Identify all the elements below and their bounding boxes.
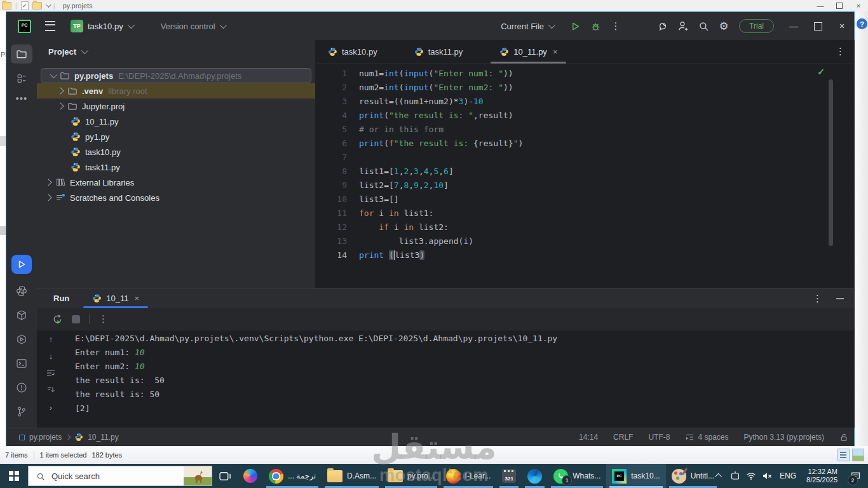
main-toolbar: PC_ TP task10.py Version control Current…	[6, 12, 854, 40]
copilot-button[interactable]	[238, 464, 263, 488]
more-run-options-icon[interactable]: ⋮	[606, 12, 626, 40]
breadcrumb[interactable]: py.projets 10_11.py	[19, 433, 119, 442]
console-up-icon[interactable]: ↑	[49, 333, 53, 344]
pycharm-close-button[interactable]: ×	[830, 12, 854, 40]
structure-tool-button[interactable]	[11, 69, 32, 88]
tree-item-External-Libraries[interactable]: External Libraries	[37, 175, 315, 190]
editor-scrollbar[interactable]	[829, 79, 833, 246]
tree-item-py1.py[interactable]: py1.py	[37, 129, 315, 144]
console-down-icon[interactable]: ↓	[49, 350, 53, 362]
code-with-me-icon[interactable]	[673, 12, 693, 40]
task-view-button[interactable]	[212, 464, 238, 488]
project-panel-header[interactable]: Project	[37, 40, 315, 63]
ai-assistant-icon[interactable]	[653, 12, 673, 40]
taskbar-app-mpc[interactable]: 321	[496, 464, 522, 488]
debug-button[interactable]	[585, 12, 606, 40]
taskbar-app-folder[interactable]: py.pro...	[382, 464, 440, 488]
status-widget-unlock[interactable]	[839, 433, 849, 442]
taskbar-app-pycharm[interactable]: PCtask10...	[606, 464, 665, 488]
thumbnail-view-button[interactable]	[852, 449, 864, 461]
tree-item-py.projets[interactable]: py.projetsE:\DEPI-2025\d.Ahmad\py.projet…	[41, 68, 311, 83]
tree-item-10_11.py[interactable]: 10_11.py	[37, 114, 315, 129]
console-softwrap-icon[interactable]	[46, 367, 56, 379]
version-control-tool-button[interactable]	[11, 402, 32, 421]
tree-chevron-icon[interactable]	[50, 71, 57, 78]
status-widget-python-3-13-py-projets-[interactable]: Python 3.13 (py.projets)	[743, 433, 824, 442]
volume-muted-icon[interactable]	[759, 464, 775, 488]
details-view-button[interactable]	[837, 449, 850, 461]
taskbar-clock[interactable]: 12:32 AM 8/25/2025	[801, 468, 843, 484]
project-widget[interactable]: TP task10.py	[71, 20, 133, 32]
explorer-close-button[interactable]: ×	[849, 0, 868, 11]
explorer-minimize-button[interactable]: —	[811, 0, 830, 11]
problems-tool-button[interactable]	[11, 378, 32, 397]
wifi-icon[interactable]	[743, 464, 759, 488]
taskbar-app-folder[interactable]: D.Asm...	[322, 464, 382, 488]
tree-item-task10.py[interactable]: task10.py	[37, 144, 315, 159]
more-tools-button[interactable]: •••	[6, 93, 37, 104]
run-panel-options-icon[interactable]: ⋮	[813, 293, 822, 304]
services-tool-button[interactable]	[11, 330, 32, 349]
trial-badge[interactable]: Trial	[739, 19, 774, 33]
taskbar-app-edge[interactable]	[522, 464, 548, 488]
taskbar-app-whatsapp[interactable]: 1Whats...	[548, 464, 606, 488]
run-panel-minimize-icon[interactable]	[836, 298, 844, 299]
language-indicator[interactable]: ENG	[775, 471, 801, 480]
editor-options-icon[interactable]: ⋮	[836, 46, 845, 57]
terminal-tool-button[interactable]	[11, 354, 32, 373]
tree-chevron-icon[interactable]	[57, 102, 64, 109]
inspections-ok-icon[interactable]: ✓	[817, 67, 825, 77]
tree-item-task11.py[interactable]: task11.py	[37, 159, 315, 175]
run-configuration-selector[interactable]: Current File	[501, 22, 553, 31]
tree-item-Jupyter.proj[interactable]: Jupyter.proj	[37, 98, 315, 114]
editor-tab-task11.py[interactable]: task11.py	[404, 40, 473, 64]
main-menu-button[interactable]	[45, 21, 55, 31]
run-tool-button[interactable]	[11, 255, 32, 274]
status-widget-utf-8[interactable]: UTF-8	[648, 433, 670, 442]
quick-access-properties-icon[interactable]: ✓	[21, 1, 29, 10]
taskbar-app-chrome[interactable]: ... ترجمة	[263, 464, 322, 488]
run-tab[interactable]: 10_11 ×	[88, 288, 143, 308]
tree-item-Scratches-and-Consoles[interactable]: Scratches and Consoles	[37, 190, 315, 205]
taskbar-app-firefox[interactable]: I-Lear...	[440, 464, 497, 488]
tree-chevron-icon[interactable]	[57, 87, 64, 94]
tree-item-.venv[interactable]: .venvlibrary root	[37, 83, 315, 98]
tray-chevron-up-icon[interactable]	[711, 464, 727, 488]
pycharm-minimize-button[interactable]: —	[782, 12, 806, 40]
tree-chevron-icon[interactable]	[44, 194, 51, 201]
code-area[interactable]: num1=int(input("Enter num1: "))num2=int(…	[359, 67, 523, 262]
tray-cast-icon[interactable]	[727, 464, 743, 488]
rerun-button[interactable]	[52, 313, 63, 325]
status-widget-14-14[interactable]: 14:14	[579, 433, 598, 442]
editor-tab-10_11.py[interactable]: 10_11.py×	[489, 40, 567, 64]
run-tab-close-icon[interactable]: ×	[134, 294, 139, 303]
status-widget-crlf[interactable]: CRLF	[613, 433, 633, 442]
settings-gear-icon[interactable]: ⚙	[714, 12, 734, 40]
pycharm-maximize-button[interactable]	[806, 12, 830, 40]
python-console-tool-button[interactable]	[11, 281, 32, 301]
search-everywhere-icon[interactable]	[693, 12, 714, 40]
help-button[interactable]: ?	[857, 18, 867, 29]
tree-chevron-icon[interactable]	[44, 179, 51, 186]
breadcrumb-project[interactable]: py.projets	[29, 433, 62, 442]
status-widget-4-spaces[interactable]: 4 spaces	[685, 433, 728, 442]
quick-access-dropdown-icon[interactable]	[46, 2, 51, 7]
notification-center-button[interactable]: 2	[843, 464, 868, 488]
stop-button[interactable]	[72, 315, 80, 323]
quick-access-newfolder-icon[interactable]	[32, 2, 42, 10]
project-tool-button[interactable]	[11, 44, 32, 64]
run-toolbar-options-icon[interactable]: ⋮	[98, 313, 108, 325]
console-expand-icon[interactable]: ›	[50, 402, 52, 413]
console-scroll-end-icon[interactable]	[46, 384, 56, 396]
python-packages-tool-button[interactable]	[11, 306, 32, 325]
run-button[interactable]	[565, 12, 585, 40]
editor-tab-task10.py[interactable]: task10.py	[318, 40, 388, 64]
tab-close-icon[interactable]: ×	[553, 47, 558, 57]
breadcrumb-file[interactable]: 10_11.py	[88, 433, 119, 442]
explorer-restore-button[interactable]	[830, 0, 849, 11]
vcs-widget[interactable]: Version control	[161, 22, 225, 31]
console-output[interactable]: E:\DEPI-2025\d.Ahmad\py.projets\.venv\Sc…	[75, 332, 557, 416]
taskbar-search-box[interactable]: Quick search	[28, 466, 212, 486]
start-button[interactable]	[0, 464, 28, 488]
search-highlight-image[interactable]	[184, 466, 212, 485]
